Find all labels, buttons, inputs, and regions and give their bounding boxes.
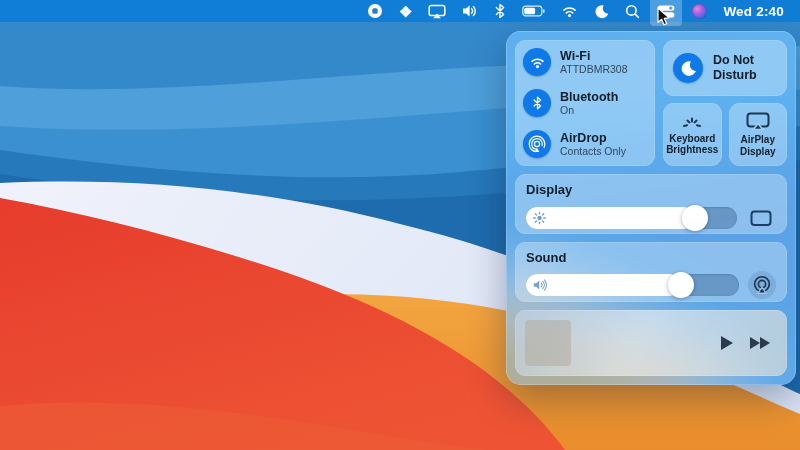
mouse-cursor xyxy=(657,7,673,27)
connectivity-card: Wi-Fi ATTDBMR308 Bluetooth On xyxy=(515,40,655,166)
keyboard-brightness-icon xyxy=(681,114,703,129)
media-player-card xyxy=(515,310,787,376)
keyboard-brightness-button[interactable]: Keyboard Brightness xyxy=(663,103,722,166)
airplay-display-icon xyxy=(746,112,770,130)
battery-icon[interactable] xyxy=(514,0,553,22)
speaker-icon xyxy=(533,279,548,291)
bluetooth-icon[interactable] xyxy=(486,0,514,22)
sound-volume-fill xyxy=(526,274,681,296)
menu-bar: ❖ xyxy=(0,0,800,22)
siri-icon[interactable] xyxy=(684,0,715,22)
display-brightness-thumb[interactable] xyxy=(682,205,708,231)
control-center-panel: Wi-Fi ATTDBMR308 Bluetooth On xyxy=(506,31,796,385)
menu-bar-clock[interactable]: Wed 2:40 xyxy=(715,4,784,19)
do-not-disturb-icon[interactable] xyxy=(586,0,617,22)
dnd-label-line1: Do Not xyxy=(713,53,757,68)
airdrop-icon xyxy=(523,130,551,158)
display-section: Display xyxy=(515,174,787,234)
wifi-label: Wi-Fi xyxy=(560,49,628,63)
bluetooth-icon xyxy=(523,89,551,117)
wifi-icon xyxy=(523,48,551,76)
bluetooth-status: On xyxy=(560,104,618,116)
sound-volume-thumb[interactable] xyxy=(668,272,694,298)
sound-section-title: Sound xyxy=(526,250,776,265)
spotlight-icon[interactable] xyxy=(617,0,648,22)
battery-fill xyxy=(525,8,536,15)
album-art-placeholder xyxy=(525,320,571,366)
dnd-label-line2: Disturb xyxy=(713,68,757,83)
wifi-toggle[interactable]: Wi-Fi ATTDBMR308 xyxy=(523,48,647,76)
keyboard-brightness-line2: Brightness xyxy=(666,144,718,156)
display-settings-button[interactable] xyxy=(746,203,776,233)
airplay-display-button[interactable]: AirPlay Display xyxy=(729,103,788,166)
fast-forward-button[interactable] xyxy=(749,336,771,350)
airdrop-toggle[interactable]: AirDrop Contacts Only xyxy=(523,130,647,158)
play-button[interactable] xyxy=(719,335,734,351)
airdrop-label: AirDrop xyxy=(560,131,626,145)
display-brightness-slider[interactable] xyxy=(526,207,737,229)
airplay-audio-icon xyxy=(751,274,773,296)
desktop: ❖ xyxy=(0,0,800,450)
volume-icon[interactable] xyxy=(454,0,486,22)
fast-forward-icon xyxy=(749,336,771,350)
wifi-status: ATTDBMR308 xyxy=(560,63,628,75)
sound-section: Sound xyxy=(515,242,787,302)
display-brightness-fill xyxy=(526,207,695,229)
wifi-icon[interactable] xyxy=(553,0,586,22)
record-icon[interactable] xyxy=(359,0,391,22)
play-icon xyxy=(719,335,734,351)
do-not-disturb-toggle[interactable]: Do Not Disturb xyxy=(663,40,787,96)
bluetooth-toggle[interactable]: Bluetooth On xyxy=(523,89,647,117)
sound-output-button[interactable] xyxy=(748,271,776,299)
keyboard-brightness-line1: Keyboard xyxy=(666,133,718,145)
do-not-disturb-icon xyxy=(673,53,703,83)
airplay-display-line2: Display xyxy=(740,146,776,158)
display-section-title: Display xyxy=(526,182,776,197)
bluetooth-label: Bluetooth xyxy=(560,90,618,104)
sound-volume-slider[interactable] xyxy=(526,274,739,296)
airdrop-status: Contacts Only xyxy=(560,145,626,157)
menu-bar-status-items: ❖ xyxy=(359,0,784,22)
dropbox-icon[interactable]: ❖ xyxy=(391,0,420,22)
airplay-display-icon[interactable] xyxy=(420,0,454,22)
brightness-sun-icon xyxy=(533,212,546,225)
display-icon xyxy=(750,210,772,227)
airplay-display-line1: AirPlay xyxy=(740,134,776,146)
